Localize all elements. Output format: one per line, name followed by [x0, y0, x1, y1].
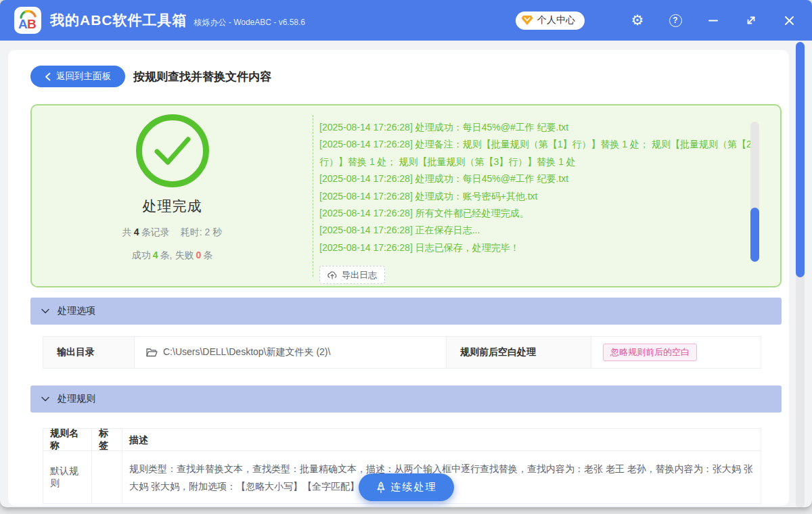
- fail-count: 0: [194, 250, 203, 260]
- options-row: 输出目录 C:\Users\DELL\Desktop\新建文件夹 (2)\ 规则…: [43, 336, 761, 369]
- export-log-label: 导出日志: [342, 269, 377, 281]
- chevron-left-icon: [45, 72, 51, 81]
- svg-text:A: A: [18, 17, 28, 31]
- result-panel: 处理完成 共4条记录耗时: 2 秒 成功4条, 失败0条 [2025-08-14…: [30, 104, 782, 287]
- whitespace-value: 忽略规则前后的空白: [591, 337, 761, 368]
- export-log-button[interactable]: 导出日志: [319, 266, 385, 284]
- rule-name: 默认规则: [43, 451, 92, 503]
- gear-icon: ⚙: [631, 14, 644, 28]
- total-count: 4: [132, 227, 141, 237]
- stats-result-line: 成功4条, 失败0条: [32, 250, 313, 262]
- help-button[interactable]: ?: [656, 0, 694, 41]
- whitespace-badge: 忽略规则前后的空白: [603, 344, 697, 361]
- close-button[interactable]: [770, 0, 808, 41]
- section-title-options: 处理选项: [58, 305, 95, 317]
- page-title: 按规则查找并替换文件内容: [133, 69, 271, 85]
- app-window: A B 我的ABC软件工具箱 核烁办公 - WodeABC - v6.58.6 …: [0, 0, 812, 507]
- whitespace-label: 规则前后空白处理: [446, 337, 591, 368]
- back-button-label: 返回到主面板: [56, 70, 111, 83]
- app-logo: A B: [14, 7, 41, 34]
- log-line: [2025-08-14 17:26:28] 处理成功：每日45%@#工作 纪要.…: [319, 119, 766, 136]
- rocket-icon: [376, 482, 386, 494]
- result-summary: 处理完成 共4条记录耗时: 2 秒 成功4条, 失败0条: [32, 106, 313, 286]
- section-title-rules: 处理规则: [58, 393, 95, 405]
- app-title: 我的ABC软件工具箱: [50, 11, 187, 30]
- section-header-rules[interactable]: 处理规则: [30, 386, 782, 413]
- minimize-icon: [708, 15, 719, 26]
- page-header: 返回到主面板 按规则查找并替换文件内容: [30, 66, 271, 87]
- maximize-button[interactable]: [732, 0, 770, 41]
- time-spent: 耗时: 2 秒: [181, 227, 222, 237]
- success-check-icon: [136, 114, 209, 187]
- minimize-button[interactable]: [694, 0, 732, 41]
- chevron-down-icon: [41, 396, 49, 402]
- output-dir-path: C:\Users\DELL\Desktop\新建文件夹 (2)\: [163, 346, 330, 358]
- col-description: 描述: [122, 429, 761, 450]
- log-line: [2025-08-14 17:26:28] 处理成功：账号密码+其他.txt: [319, 188, 766, 205]
- output-dir-label: 输出目录: [43, 337, 135, 368]
- log-scrollbar-thumb[interactable]: [750, 208, 759, 262]
- page-scrollbar[interactable]: [796, 42, 805, 507]
- folder-open-icon: [146, 348, 158, 357]
- rule-tag: [92, 451, 122, 503]
- help-icon: ?: [669, 14, 682, 27]
- screen: A B 我的ABC软件工具箱 核烁办公 - WodeABC - v6.58.6 …: [0, 0, 812, 514]
- log-line: [2025-08-14 17:26:28] 处理备注：规则【批量规则（第【1】行…: [319, 136, 766, 170]
- content-card: 返回到主面板 按规则查找并替换文件内容 处理完成 共4条记录耗时: 2 秒 成功…: [8, 50, 789, 506]
- continue-process-button[interactable]: 连续处理: [359, 473, 454, 501]
- upload-icon: [328, 271, 337, 279]
- close-icon: [784, 15, 795, 26]
- log-line: [2025-08-14 17:26:28] 正在保存日志...: [319, 222, 766, 239]
- vip-gem-icon: [521, 15, 533, 26]
- rules-table-header: 规则名称 标签 描述: [43, 429, 761, 450]
- resize-diagonal-icon: [746, 15, 757, 26]
- chevron-down-icon: [41, 308, 49, 314]
- page-scrollbar-thumb[interactable]: [796, 42, 805, 277]
- continue-button-label: 连续处理: [391, 481, 437, 494]
- titlebar: A B 我的ABC软件工具箱 核烁办公 - WodeABC - v6.58.6 …: [0, 0, 812, 41]
- log-line: [2025-08-14 17:26:28] 日志已保存，处理完毕！: [319, 239, 766, 256]
- log-line: [2025-08-14 17:26:28] 所有文件都已经处理完成。: [319, 205, 766, 222]
- settings-button[interactable]: ⚙: [618, 0, 656, 41]
- user-center-button[interactable]: 个人中心: [516, 11, 585, 30]
- col-tag: 标签: [92, 429, 122, 450]
- panel-divider: [313, 115, 313, 277]
- titlebar-controls: 个人中心 ⚙ ?: [516, 0, 812, 41]
- app-logo-icon: A B: [16, 9, 39, 32]
- col-rule-name: 规则名称: [43, 429, 92, 450]
- section-header-options[interactable]: 处理选项: [30, 298, 782, 325]
- log-scrollbar[interactable]: [750, 122, 759, 262]
- output-dir-value: C:\Users\DELL\Desktop\新建文件夹 (2)\: [135, 337, 446, 368]
- app-subtitle: 核烁办公 - WodeABC - v6.58.6: [194, 17, 306, 28]
- back-to-main-button[interactable]: 返回到主面板: [30, 66, 125, 87]
- success-count: 4: [151, 250, 160, 260]
- stats-total-line: 共4条记录耗时: 2 秒: [32, 227, 313, 239]
- log-list: [2025-08-14 17:26:28] 处理成功：每日45%@#工作 纪要.…: [319, 119, 766, 256]
- status-title: 处理完成: [32, 197, 313, 216]
- user-center-label: 个人中心: [537, 14, 575, 26]
- log-line: [2025-08-14 17:26:28] 处理成功：每日45%@#工作 纪要.…: [319, 170, 766, 187]
- svg-text:B: B: [27, 17, 37, 31]
